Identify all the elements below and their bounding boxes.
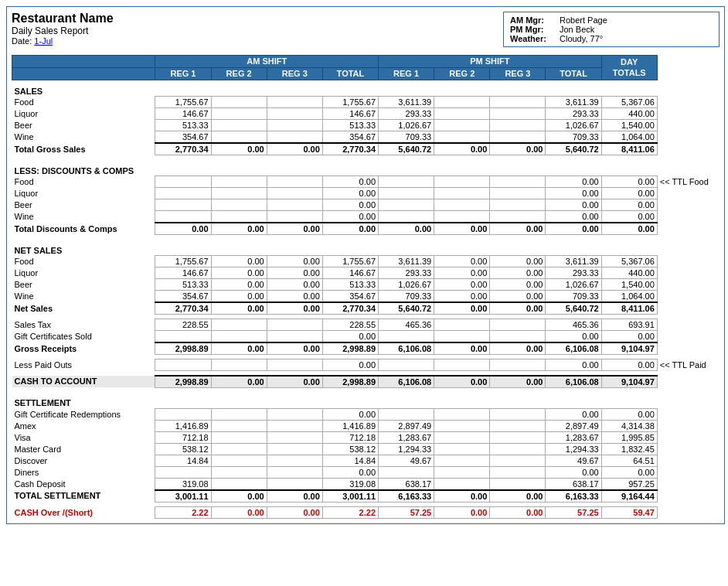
disc-tot-pm: 0.00 [546, 223, 601, 235]
disc-food-label: Food [12, 176, 155, 188]
s-visa-label: Visa [12, 431, 155, 443]
discounts-label: LESS: DISCOUNTS & COMPS [12, 160, 155, 176]
pm-food-r3 [490, 97, 546, 108]
am-food-r3 [267, 97, 322, 108]
total-settlement-label: TOTAL SETTLEMENT [12, 490, 155, 503]
cash-to-account-label: CASH TO ACCOUNT [12, 376, 155, 388]
am-mgr-label: AM Mgr: [510, 15, 556, 25]
pm-wine-tot: 709.33 [546, 131, 601, 144]
pm-reg2-header: REG 2 [434, 67, 490, 80]
s-visa-row: Visa 712.18 712.18 1,283.67 1,283.67 1,9… [12, 431, 719, 443]
am-beer-r1: 513.33 [155, 120, 211, 131]
day-totals-header: DAY TOTALS [601, 56, 657, 80]
pm-mgr-label: PM Mgr: [510, 25, 556, 34]
day-food: 5,367.06 [601, 97, 657, 108]
day-gross: 8,411.06 [601, 143, 657, 155]
disc-beer-pm: 0.00 [546, 199, 601, 211]
wine-label: Wine [12, 131, 155, 144]
total-disc-label: Total Discounts & Comps [12, 223, 155, 235]
pm-gross-r3: 0.00 [490, 143, 546, 155]
net-sales-section-header: NET SALES [12, 240, 719, 256]
header: Restaurant Name Daily Sales Report Date:… [12, 12, 719, 47]
sales-label: SALES [12, 80, 155, 97]
sales-wine-row: Wine 354.67 354.67 709.33 709.33 1,064.0… [12, 131, 719, 144]
disc-tot-am: 0.00 [322, 223, 378, 235]
cash-over-row: CASH Over /(Short) 2.22 0.00 0.00 2.22 5… [12, 506, 719, 518]
total-gross-label: Total Gross Sales [12, 143, 155, 155]
day-liq: 440.00 [601, 108, 657, 120]
s-diners-row: Diners 0.00 0.00 0.00 [12, 466, 719, 478]
ns-beer-label: Beer [12, 279, 155, 291]
day-beer: 1,540.00 [601, 120, 657, 131]
ns-food-label: Food [12, 256, 155, 267]
s-disc-row: Discover 14.84 14.84 49.67 49.67 64.51 [12, 455, 719, 466]
gift-cert-sold-row: Gift Certificates Sold 0.00 0.00 0.00 [12, 331, 719, 343]
pm-gross-r2: 0.00 [434, 143, 490, 155]
disc-r1-am: 0.00 [155, 223, 211, 235]
gross-receipts-row: Gross Receipts 2,998.89 0.00 0.00 2,998.… [12, 342, 719, 355]
disc-liq-label: Liquor [12, 188, 155, 199]
s-diners-label: Diners [12, 466, 155, 478]
disc-food-row: Food 0.00 0.00 0.00 << TTL Food [12, 176, 719, 188]
pm-beer-r1: 1,026.67 [379, 120, 434, 131]
pm-reg3-header: REG 3 [490, 67, 546, 80]
disc-beer-day: 0.00 [601, 199, 657, 211]
sales-section-header: SALES [12, 80, 719, 97]
disc-food-pm: 0.00 [546, 176, 601, 188]
am-reg1-header: REG 1 [155, 67, 211, 80]
ns-food-row: Food 1,755.67 0.00 0.00 1,755.67 3,611.3… [12, 256, 719, 267]
am-reg3-header: REG 3 [267, 67, 322, 80]
am-food-tot: 1,755.67 [322, 97, 378, 108]
main-table: AM SHIFT PM SHIFT DAY TOTALS REG 1 REG 2… [12, 55, 719, 519]
pm-reg1-header: REG 1 [379, 67, 434, 80]
disc-food-day: 0.00 [601, 176, 657, 188]
ns-beer-row: Beer 513.33 0.00 0.00 513.33 1,026.67 0.… [12, 279, 719, 291]
ns-wine-label: Wine [12, 291, 155, 303]
am-wine-r1: 354.67 [155, 131, 211, 144]
weather-row: Weather: Cloudy, 77° [510, 34, 713, 43]
page-container: Restaurant Name Daily Sales Report Date:… [6, 6, 725, 524]
weather-label: Weather: [510, 34, 556, 43]
pm-shift-header: PM SHIFT [379, 56, 602, 68]
s-gift-row: Gift Certificate Redemptions 0.00 0.00 0… [12, 408, 719, 420]
pm-mgr-value: Jon Beck [560, 25, 594, 34]
disc-food-am: 0.00 [322, 176, 378, 188]
disc-wine-day: 0.00 [601, 211, 657, 223]
pm-wine-r1: 709.33 [379, 131, 434, 144]
liquor-label: Liquor [12, 108, 155, 120]
am-liq-tot: 146.67 [322, 108, 378, 120]
weather-value: Cloudy, 77° [560, 34, 603, 43]
am-gross-r2: 0.00 [211, 143, 267, 155]
pm-beer-tot: 1,026.67 [546, 120, 601, 131]
gross-receipts-label: Gross Receipts [12, 342, 155, 355]
disc-r2-pm: 0.00 [434, 223, 490, 235]
ns-wine-row: Wine 354.67 0.00 0.00 354.67 709.33 0.00… [12, 291, 719, 303]
pm-total-header: TOTAL [546, 67, 601, 80]
label-header [12, 67, 155, 80]
am-gross-r1: 2,770.34 [155, 143, 211, 155]
less-paid-outs-label: Less Paid Outs [12, 359, 155, 371]
am-shift-header: AM SHIFT [155, 56, 379, 68]
date-link[interactable]: 1-Jul [34, 36, 53, 46]
beer-label: Beer [12, 120, 155, 131]
disc-liq-pm: 0.00 [546, 188, 601, 199]
disc-wine-row: Wine 0.00 0.00 0.00 [12, 211, 719, 223]
pm-liq-r1: 293.33 [379, 108, 434, 120]
disc-wine-am: 0.00 [322, 211, 378, 223]
restaurant-name: Restaurant Name [12, 12, 114, 26]
net-sales-label: NET SALES [12, 240, 155, 256]
am-gross-tot: 2,770.34 [322, 143, 378, 155]
pm-food-tot: 3,611.39 [546, 97, 601, 108]
settlement-label: SETTLEMENT [12, 392, 155, 408]
ttl-food-annotation: << TTL Food [657, 176, 719, 188]
ns-liq-label: Liquor [12, 267, 155, 279]
disc-wine-pm: 0.00 [546, 211, 601, 223]
disc-wine-label: Wine [12, 211, 155, 223]
am-mgr-row: AM Mgr: Robert Page [510, 15, 713, 25]
s-cash-row: Cash Deposit 319.08 319.08 638.17 638.17… [12, 478, 719, 490]
pm-food-r1: 3,611.39 [379, 97, 434, 108]
am-total-header: TOTAL [322, 67, 378, 80]
am-reg2-header: REG 2 [211, 67, 267, 80]
total-settlement-row: TOTAL SETTLEMENT 3,001.11 0.00 0.00 3,00… [12, 490, 719, 503]
daily-sales-label: Daily Sales Report [12, 26, 114, 36]
